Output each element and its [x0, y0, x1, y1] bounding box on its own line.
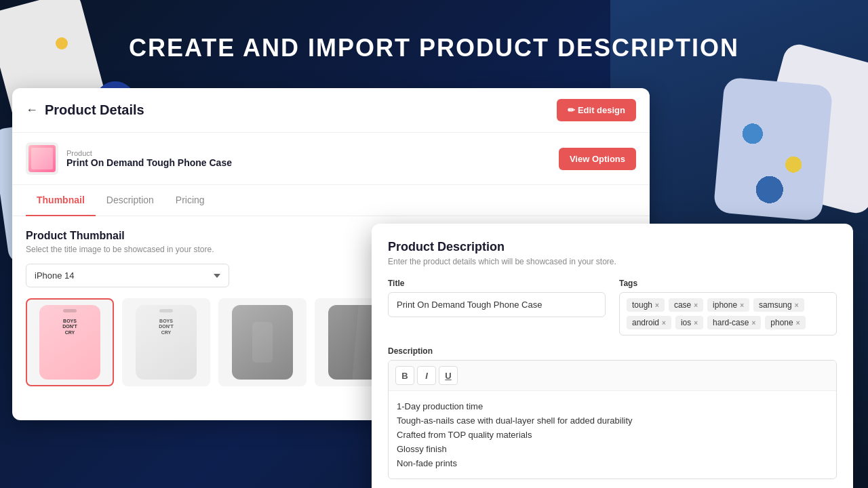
description-section: Description B I U 1-Day production time …	[388, 346, 837, 479]
editor-toolbar: B I U	[389, 361, 836, 391]
tag-android: android ×	[627, 316, 671, 329]
tag-case: case ×	[669, 298, 703, 312]
desc-line-4: Glossy finish	[397, 442, 828, 456]
phone-case-pink: BOYSDON'TCRY	[39, 305, 100, 380]
tag-iphone-remove[interactable]: ×	[740, 302, 744, 309]
tags-field-label: Tags	[619, 279, 837, 288]
product-info-left: Product Print On Demand Tough Phone Case	[26, 142, 232, 175]
case-text-1: BOYSDON'TCRY	[39, 319, 100, 336]
tag-ios: ios ×	[675, 316, 703, 329]
title-input[interactable]	[388, 292, 606, 317]
phone-case-white: BOYSDON'TCRY	[136, 305, 197, 380]
desc-panel-title: Product Description	[388, 240, 837, 254]
desc-line-1: 1-Day production time	[397, 399, 828, 413]
product-thumbnail-icon	[26, 142, 58, 175]
title-field-col: Title	[388, 279, 606, 336]
view-options-button[interactable]: View Options	[559, 148, 636, 170]
tag-samsung: samsung ×	[753, 298, 804, 312]
tag-tough: tough ×	[627, 298, 665, 312]
case-text-2: BOYSDON'TCRY	[136, 319, 197, 336]
card-header-left: ← Product Details	[26, 102, 144, 118]
phone-case-gray-back	[232, 305, 293, 380]
card-title: Product Details	[45, 102, 144, 118]
tab-thumbnail[interactable]: Thumbnail	[26, 185, 96, 216]
tag-hard-case: hard-case ×	[707, 316, 761, 329]
product-name: Print On Demand Tough Phone Case	[66, 157, 232, 168]
tag-samsung-remove[interactable]: ×	[795, 302, 799, 309]
phone-thumb-1[interactable]: BOYSDON'TCRY	[26, 298, 114, 386]
desc-panel-subtitle: Enter the product details which will be …	[388, 257, 837, 266]
product-mini-preview	[28, 145, 56, 172]
tags-container: tough × case × iphone × samsung × androi…	[619, 292, 837, 336]
product-info-row: Product Print On Demand Tough Phone Case…	[12, 133, 650, 185]
bg-phone-right-2	[713, 77, 833, 221]
tag-case-remove[interactable]: ×	[694, 302, 698, 309]
product-description-panel: Product Description Enter the product de…	[372, 224, 853, 488]
tag-ios-remove[interactable]: ×	[694, 319, 698, 327]
product-label: Product	[66, 149, 232, 157]
tags-field-col: Tags tough × case × iphone × samsung ×	[619, 279, 837, 336]
bold-button[interactable]: B	[395, 366, 414, 385]
desc-line-3: Crafted from TOP quality materials	[397, 428, 828, 442]
tab-pricing[interactable]: Pricing	[165, 185, 216, 216]
title-field-label: Title	[388, 279, 606, 288]
tag-tough-remove[interactable]: ×	[655, 302, 659, 309]
back-arrow-icon[interactable]: ←	[26, 103, 38, 117]
tag-android-remove[interactable]: ×	[662, 319, 666, 327]
tag-hard-case-remove[interactable]: ×	[751, 319, 755, 327]
desc-two-col: Title Tags tough × case × iphone ×	[388, 279, 837, 336]
card-header: ← Product Details ✏ Edit design	[12, 88, 650, 133]
description-editor[interactable]: B I U 1-Day production time Tough-as-nai…	[388, 360, 837, 479]
tag-phone-remove[interactable]: ×	[796, 319, 800, 327]
phone-thumb-3[interactable]	[218, 298, 307, 386]
edit-design-button[interactable]: ✏ Edit design	[557, 99, 636, 121]
page-title: CREATE AND IMPORT PRODUCT DESCRIPTION	[0, 34, 868, 62]
italic-button[interactable]: I	[417, 366, 436, 385]
desc-line-5: Non-fade prints	[397, 456, 828, 470]
underline-button[interactable]: U	[439, 366, 458, 385]
phone-thumb-2[interactable]: BOYSDON'TCRY	[122, 298, 210, 386]
product-info-text: Product Print On Demand Tough Phone Case	[66, 149, 232, 168]
tab-description[interactable]: Description	[96, 185, 165, 216]
editor-content: 1-Day production time Tough-as-nails cas…	[389, 391, 836, 479]
tag-phone: phone ×	[765, 316, 805, 329]
description-label: Description	[388, 346, 837, 356]
model-select[interactable]: iPhone 14	[26, 264, 229, 287]
tabs-row: Thumbnail Description Pricing	[12, 185, 650, 216]
desc-line-2: Tough-as-nails case with dual-layer shel…	[397, 413, 828, 428]
tag-iphone: iphone ×	[707, 298, 749, 312]
